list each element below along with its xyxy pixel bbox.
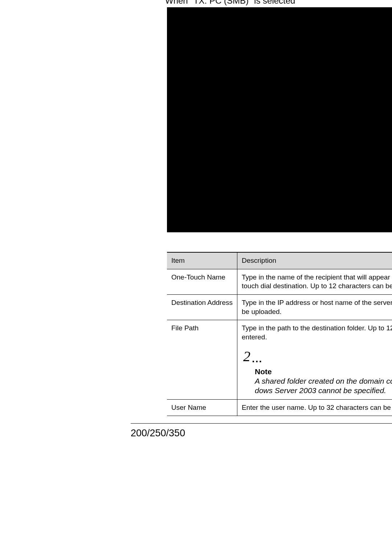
header-description: Description bbox=[237, 252, 392, 269]
desc-line: be uploaded. bbox=[242, 308, 282, 315]
table-header-row: Item Description bbox=[167, 252, 392, 269]
cell-description: Type in the IP address or host name of t… bbox=[237, 295, 392, 320]
document-page: When "TX: PC (SMB)" is selected Item Des… bbox=[0, 0, 392, 555]
desc-line: Type in the IP address or host name of t… bbox=[242, 299, 392, 306]
desc-line: Type in the name of the recipient that w… bbox=[242, 273, 392, 281]
note-block: 2... Note A shared folder created on the… bbox=[242, 347, 392, 396]
note-line: dows Server 2003 cannot be specified. bbox=[255, 386, 386, 395]
table-row: File Path Type in the path to the destin… bbox=[167, 320, 392, 399]
ellipsis-icon: ... bbox=[252, 352, 262, 366]
cell-description: Type in the path to the destination fold… bbox=[237, 320, 392, 399]
note-icon: 2 bbox=[243, 347, 250, 366]
cell-item: Destination Address bbox=[167, 295, 237, 320]
desc-line: entered. bbox=[242, 333, 267, 341]
note-label: Note bbox=[255, 367, 392, 376]
note-line: A shared folder created on the domain co… bbox=[255, 377, 392, 385]
parameters-table: Item Description One-Touch Name Type in … bbox=[167, 252, 392, 416]
note-text: A shared folder created on the domain co… bbox=[255, 376, 392, 396]
desc-line: touch dial destination. Up to 12 charact… bbox=[242, 282, 392, 290]
table-row: Destination Address Type in the IP addre… bbox=[167, 295, 392, 320]
section-heading: When "TX: PC (SMB)" is selected bbox=[165, 0, 295, 6]
table-row: One-Touch Name Type in the name of the r… bbox=[167, 269, 392, 294]
desc-line: Enter the user name. Up to 32 characters… bbox=[242, 404, 392, 411]
cell-description: Type in the name of the recipient that w… bbox=[237, 269, 392, 294]
footer-rule bbox=[131, 423, 392, 424]
cell-item: File Path bbox=[167, 320, 237, 399]
header-item: Item bbox=[167, 252, 237, 269]
table-row: User Name Enter the user name. Up to 32 … bbox=[167, 399, 392, 416]
cell-description: Enter the user name. Up to 32 characters… bbox=[237, 399, 392, 416]
cell-item: User Name bbox=[167, 399, 237, 416]
footer-model-numbers: 200/250/350 bbox=[131, 428, 185, 439]
desc-line: Type in the path to the destination fold… bbox=[242, 324, 392, 332]
cell-item: One-Touch Name bbox=[167, 269, 237, 294]
screenshot-placeholder bbox=[167, 7, 392, 232]
